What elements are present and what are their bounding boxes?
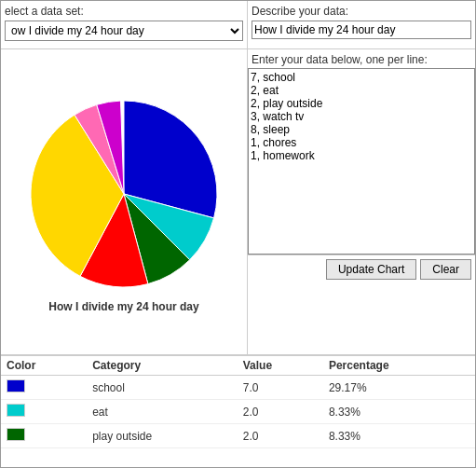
color-swatch: [7, 428, 25, 441]
cell-value: 2.0: [238, 424, 323, 448]
cell-percentage: 8.33%: [323, 424, 475, 448]
chart-title-input[interactable]: [252, 21, 471, 39]
cell-value: 2.0: [238, 400, 323, 424]
data-panel: Enter your data below, one per line: Upd…: [248, 49, 475, 354]
dataset-select[interactable]: ow I divide my 24 hour day: [5, 21, 243, 41]
header-right: Describe your data:: [248, 1, 475, 48]
cell-color: [1, 424, 87, 448]
col-value: Value: [238, 356, 323, 376]
select-wrapper: ow I divide my 24 hour day: [5, 21, 243, 45]
data-input-label: Enter your data below, one per line:: [248, 49, 475, 68]
col-percentage: Percentage: [323, 356, 475, 376]
cell-percentage: 29.17%: [323, 376, 475, 400]
dataset-label: elect a data set:: [5, 5, 243, 18]
color-swatch: [7, 379, 25, 392]
cell-value: 7.0: [238, 376, 323, 400]
table-row: play outside 2.0 8.33%: [1, 424, 475, 448]
describe-label: Describe your data:: [252, 5, 471, 18]
col-color: Color: [1, 356, 87, 376]
chart-caption: How I divide my 24 hour day: [48, 300, 198, 313]
color-swatch: [7, 404, 25, 417]
cell-category: school: [87, 376, 238, 400]
chart-panel: How I divide my 24 hour day: [1, 49, 248, 354]
table-header-row: Color Category Value Percentage: [1, 356, 475, 376]
data-textarea[interactable]: [248, 68, 475, 255]
data-table: Color Category Value Percentage school 7…: [1, 356, 475, 448]
cell-color: [1, 376, 87, 400]
button-row: Update Chart Clear: [248, 255, 475, 283]
clear-button[interactable]: Clear: [420, 259, 471, 280]
table-row: eat 2.0 8.33%: [1, 400, 475, 424]
col-category: Category: [87, 356, 238, 376]
update-chart-button[interactable]: Update Chart: [326, 259, 416, 280]
header-area: elect a data set: ow I divide my 24 hour…: [1, 1, 475, 49]
app-container: elect a data set: ow I divide my 24 hour…: [0, 0, 476, 468]
cell-category: play outside: [87, 424, 238, 448]
header-left: elect a data set: ow I divide my 24 hour…: [1, 1, 248, 48]
cell-percentage: 8.33%: [323, 400, 475, 424]
middle-section: How I divide my 24 hour day Enter your d…: [1, 49, 475, 355]
cell-color: [1, 400, 87, 424]
cell-category: eat: [87, 400, 238, 424]
table-row: school 7.0 29.17%: [1, 376, 475, 400]
bottom-table: Color Category Value Percentage school 7…: [1, 355, 475, 467]
pie-chart-svg: [21, 91, 226, 296]
table-body: school 7.0 29.17% eat 2.0 8.33% play out…: [1, 376, 475, 448]
